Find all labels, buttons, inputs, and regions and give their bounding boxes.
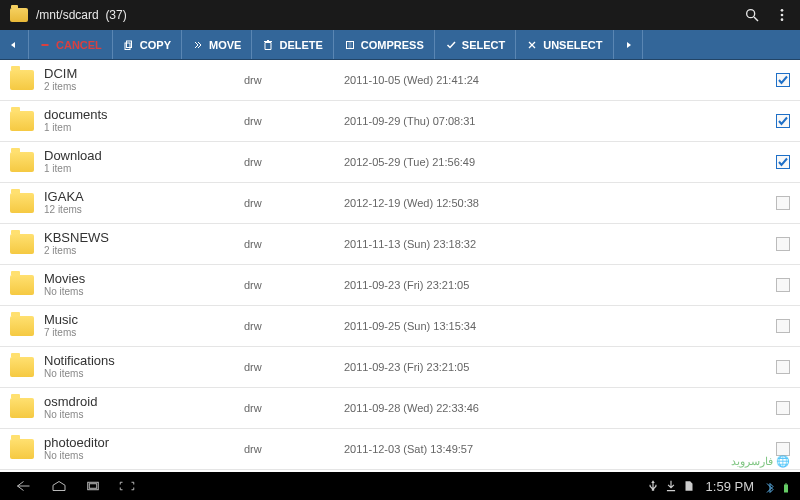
svg-point-0 (747, 10, 755, 18)
system-nav-bar: 1:59 PM (0, 472, 800, 500)
file-permissions: drw (244, 320, 344, 332)
file-checkbox[interactable] (776, 237, 790, 251)
download-icon (664, 479, 678, 493)
file-item-count: No items (44, 450, 244, 462)
file-row[interactable]: KBSNEWS2 itemsdrw2011-11-13 (Sun) 23:18:… (0, 224, 800, 265)
svg-rect-16 (784, 485, 788, 493)
file-date: 2011-09-28 (Wed) 22:33:46 (344, 402, 564, 414)
file-date: 2012-12-19 (Wed) 12:50:38 (344, 197, 564, 209)
nav-screenshot-icon[interactable] (110, 476, 144, 496)
file-row[interactable]: documents1 itemdrw2011-09-29 (Thu) 07:08… (0, 101, 800, 142)
file-permissions: drw (244, 443, 344, 455)
folder-icon (10, 275, 34, 295)
file-row[interactable]: MoviesNo itemsdrw2011-09-23 (Fri) 23:21:… (0, 265, 800, 306)
file-permissions: drw (244, 402, 344, 414)
svg-rect-15 (89, 484, 97, 489)
file-permissions: drw (244, 238, 344, 250)
sdcard-icon (682, 479, 696, 493)
folder-icon (10, 193, 34, 213)
svg-point-3 (781, 14, 784, 17)
folder-icon (10, 111, 34, 131)
file-date: 2011-12-03 (Sat) 13:49:57 (344, 443, 564, 455)
file-checkbox[interactable] (776, 401, 790, 415)
file-checkbox[interactable] (776, 360, 790, 374)
file-name: KBSNEWS (44, 230, 244, 246)
back-button[interactable] (0, 30, 29, 59)
file-name: Movies (44, 271, 244, 287)
select-button[interactable]: SELECT (435, 30, 516, 59)
file-checkbox[interactable] (776, 114, 790, 128)
folder-icon (10, 398, 34, 418)
folder-icon (10, 316, 34, 336)
file-checkbox[interactable] (776, 155, 790, 169)
file-date: 2011-10-05 (Wed) 21:41:24 (344, 74, 564, 86)
file-permissions: drw (244, 197, 344, 209)
file-permissions: drw (244, 74, 344, 86)
file-item-count: No items (44, 409, 244, 421)
battery-icon (780, 480, 792, 492)
file-name: Download (44, 148, 244, 164)
search-icon[interactable] (744, 7, 760, 23)
svg-rect-6 (126, 41, 131, 48)
svg-point-4 (781, 18, 784, 21)
folder-icon (10, 439, 34, 459)
file-name: osmdroid (44, 394, 244, 410)
current-path: /mnt/sdcard (37) (36, 8, 127, 22)
file-row[interactable]: IGAKA12 itemsdrw2012-12-19 (Wed) 12:50:3… (0, 183, 800, 224)
nav-home-icon[interactable] (42, 476, 76, 496)
file-item-count: 12 items (44, 204, 244, 216)
usb-icon (646, 479, 660, 493)
bluetooth-icon (764, 480, 776, 492)
file-date: 2011-11-13 (Sun) 23:18:32 (344, 238, 564, 250)
file-item-count: 7 items (44, 327, 244, 339)
folder-icon (10, 234, 34, 254)
file-date: 2011-09-23 (Fri) 23:21:05 (344, 279, 564, 291)
title-bar: /mnt/sdcard (37) (0, 0, 800, 30)
file-checkbox[interactable] (776, 442, 790, 456)
overflow-menu-icon[interactable] (774, 7, 790, 23)
file-row[interactable]: NotificationsNo itemsdrw2011-09-23 (Fri)… (0, 347, 800, 388)
file-checkbox[interactable] (776, 196, 790, 210)
nav-back-icon[interactable] (8, 476, 42, 496)
svg-rect-17 (785, 484, 787, 485)
file-permissions: drw (244, 361, 344, 373)
unselect-button[interactable]: UNSELECT (516, 30, 613, 59)
file-checkbox[interactable] (776, 319, 790, 333)
svg-line-1 (754, 17, 758, 21)
watermark: 🌐 فارسروید (731, 455, 790, 468)
app-folder-icon (10, 8, 28, 22)
move-button[interactable]: MOVE (182, 30, 252, 59)
file-row[interactable]: Download1 itemdrw2012-05-29 (Tue) 21:56:… (0, 142, 800, 183)
folder-icon (10, 357, 34, 377)
copy-button[interactable]: COPY (113, 30, 182, 59)
file-list[interactable]: DCIM2 itemsdrw2011-10-05 (Wed) 21:41:24d… (0, 60, 800, 472)
file-name: Music (44, 312, 244, 328)
file-name: DCIM (44, 66, 244, 82)
file-row[interactable]: Music7 itemsdrw2011-09-25 (Sun) 13:15:34 (0, 306, 800, 347)
file-item-count: 2 items (44, 245, 244, 257)
file-name: IGAKA (44, 189, 244, 205)
nav-recent-icon[interactable] (76, 476, 110, 496)
svg-point-2 (781, 9, 784, 12)
file-row[interactable]: DCIM2 itemsdrw2011-10-05 (Wed) 21:41:24 (0, 60, 800, 101)
clock: 1:59 PM (706, 479, 754, 494)
cancel-button[interactable]: CANCEL (29, 30, 113, 59)
svg-rect-5 (42, 44, 49, 46)
file-permissions: drw (244, 279, 344, 291)
file-name: documents (44, 107, 244, 123)
delete-button[interactable]: DELETE (252, 30, 333, 59)
file-permissions: drw (244, 156, 344, 168)
forward-button[interactable] (614, 30, 643, 59)
action-toolbar: CANCEL COPY MOVE DELETE COMPRESS SELECT … (0, 30, 800, 60)
file-row[interactable]: osmdroidNo itemsdrw2011-09-28 (Wed) 22:3… (0, 388, 800, 429)
file-item-count: No items (44, 368, 244, 380)
file-row[interactable]: photoeditorNo itemsdrw2011-12-03 (Sat) 1… (0, 429, 800, 470)
svg-rect-7 (125, 43, 130, 50)
compress-button[interactable]: COMPRESS (334, 30, 435, 59)
file-item-count: No items (44, 286, 244, 298)
status-tray: 1:59 PM (646, 479, 792, 494)
file-date: 2012-05-29 (Tue) 21:56:49 (344, 156, 564, 168)
file-checkbox[interactable] (776, 278, 790, 292)
file-item-count: 2 items (44, 81, 244, 93)
file-checkbox[interactable] (776, 73, 790, 87)
